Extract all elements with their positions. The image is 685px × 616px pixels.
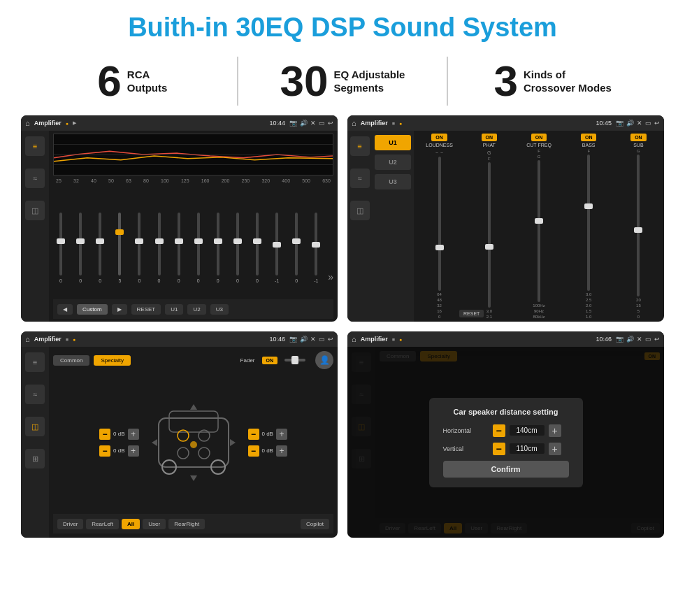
- horizontal-plus-btn[interactable]: +: [549, 424, 561, 437]
- loudness-on[interactable]: ON: [431, 134, 447, 141]
- vertical-minus-btn[interactable]: −: [493, 443, 505, 455]
- s2-speaker-btn[interactable]: ◫: [350, 201, 370, 220]
- home-icon-4[interactable]: ⌂: [352, 335, 356, 343]
- screen1-sidebar: ≡ ≈ ◫: [21, 131, 49, 322]
- stat-modes: 3 Kinds of Crossover Modes: [462, 59, 643, 103]
- sub-slider[interactable]: [637, 155, 640, 296]
- bass-slider[interactable]: [587, 155, 590, 291]
- minimize-icon-2: ▭: [645, 120, 651, 127]
- phat-slider[interactable]: [488, 162, 491, 308]
- rearright-btn[interactable]: RearRight: [168, 519, 205, 529]
- ch-bass: ON BASS F 3.0 2.5 2.0 1.5 1.0: [566, 134, 612, 319]
- screen3-time: 10:46: [269, 336, 285, 343]
- right-db-controls: − 0 dB + − 0 dB +: [248, 429, 287, 457]
- eq-bottom-bar: ◀ Custom ▶ RESET U1 U2 U3: [53, 299, 333, 319]
- eq-slider-0: 0: [53, 213, 68, 296]
- screen1-topbar: ⌂ Amplifier ● ▶ 10:44 📷 🔊 ✕ ▭ ↩: [21, 115, 338, 131]
- screen2-time: 10:45: [596, 120, 612, 127]
- eq-custom-btn[interactable]: Custom: [77, 304, 108, 315]
- eq-u1-btn[interactable]: U1: [165, 304, 183, 315]
- cutfreq-slider[interactable]: [538, 160, 540, 302]
- wave-btn[interactable]: ≈: [25, 169, 45, 188]
- s2-reset-btn[interactable]: RESET: [459, 310, 484, 317]
- vertical-plus-btn[interactable]: +: [549, 443, 561, 455]
- stat-divider-2: [447, 57, 448, 106]
- dialog-title: Car speaker distance setting: [443, 408, 569, 416]
- loudness-slider[interactable]: [438, 157, 441, 291]
- u3-btn[interactable]: U3: [375, 174, 411, 189]
- loudness-label: LOUDNESS: [426, 143, 453, 148]
- eq-u3-btn[interactable]: U3: [210, 304, 229, 315]
- confirm-button[interactable]: Confirm: [443, 461, 569, 478]
- left-front-plus[interactable]: +: [128, 429, 139, 440]
- specialty-tab[interactable]: Specialty: [94, 355, 130, 366]
- home-icon[interactable]: ⌂: [25, 119, 30, 127]
- eq-sliders: 0 0 0 5 0: [53, 186, 333, 299]
- eq-u2-btn[interactable]: U2: [187, 304, 206, 315]
- svg-point-11: [190, 441, 197, 448]
- back-icon-4[interactable]: ↩: [654, 336, 660, 343]
- all-btn[interactable]: All: [122, 519, 140, 529]
- eq-prev-btn[interactable]: ◀: [57, 304, 73, 315]
- phat-on[interactable]: ON: [482, 134, 498, 141]
- dialog-overlay: Car speaker distance setting Horizontal …: [347, 347, 664, 538]
- sub-on[interactable]: ON: [630, 134, 647, 141]
- fader-on-btn[interactable]: ON: [262, 357, 278, 364]
- eq-slider-13: -1: [308, 213, 324, 296]
- right-front-plus[interactable]: +: [276, 429, 287, 440]
- eq-btn[interactable]: ≡: [25, 136, 45, 156]
- right-front-minus[interactable]: −: [248, 429, 259, 440]
- left-rear-plus[interactable]: +: [128, 445, 139, 457]
- back-icon-3[interactable]: ↩: [328, 336, 333, 343]
- close-icon-4: ✕: [637, 336, 642, 343]
- right-rear-db: − 0 dB +: [248, 445, 287, 457]
- rearleft-btn[interactable]: RearLeft: [86, 519, 119, 529]
- user-profile-icon[interactable]: 👤: [315, 351, 333, 369]
- s3-speaker-btn[interactable]: ◫: [25, 417, 45, 436]
- u1-btn[interactable]: U1: [375, 135, 411, 150]
- right-rear-minus[interactable]: −: [248, 445, 259, 457]
- bass-on[interactable]: ON: [581, 134, 597, 141]
- cutfreq-on[interactable]: ON: [531, 134, 547, 141]
- s2-wave-btn[interactable]: ≈: [350, 169, 370, 188]
- left-rear-minus[interactable]: −: [99, 445, 110, 457]
- right-rear-plus[interactable]: +: [276, 445, 287, 457]
- stat-rca-number: 6: [97, 59, 121, 103]
- screens-grid: ⌂ Amplifier ● ▶ 10:44 📷 🔊 ✕ ▭ ↩ ≡ ≈ ◫: [0, 115, 685, 538]
- screen2-channels: ON LOUDNESS ~~ 64 48 32 16 0 ON: [414, 131, 664, 322]
- eq-reset-btn[interactable]: RESET: [131, 304, 161, 315]
- cutfreq-label: CUT FREQ: [526, 143, 551, 148]
- back-icon-2[interactable]: ↩: [654, 120, 660, 127]
- screen2-topbar-icons: 📷 🔊 ✕ ▭ ↩: [616, 120, 660, 127]
- u2-btn[interactable]: U2: [375, 155, 411, 170]
- stat-eq: 30 EQ Adjustable Segments: [252, 59, 433, 103]
- horizontal-minus-btn[interactable]: −: [493, 424, 505, 437]
- minimize-icon-4: ▭: [645, 336, 651, 343]
- screen3-tabs-row: Common Specialty Fader ON 👤: [53, 351, 333, 369]
- s2-eq-btn[interactable]: ≡: [350, 136, 370, 156]
- left-rear-db: − 0 dB +: [99, 445, 138, 457]
- common-tab[interactable]: Common: [53, 355, 89, 366]
- s3-extra-btn[interactable]: ⊞: [25, 449, 45, 468]
- back-icon[interactable]: ↩: [328, 120, 333, 127]
- stat-rca-label: RCA Outputs: [127, 68, 168, 95]
- left-front-minus[interactable]: −: [99, 429, 110, 440]
- horizontal-label: Horizontal: [443, 427, 489, 434]
- copilot-btn[interactable]: Copilot: [301, 519, 329, 529]
- s3-wave-btn[interactable]: ≈: [25, 385, 45, 404]
- speaker-btn[interactable]: ◫: [25, 201, 45, 220]
- eq-slider-11: -1: [269, 213, 284, 296]
- ch-sub: ON SUB G 20 15 5 0: [616, 134, 661, 319]
- eq-play-btn[interactable]: ▶: [112, 304, 127, 315]
- eq-main: 253240506380100125160200250320400500630 …: [49, 131, 338, 322]
- stat-eq-label: EQ Adjustable Segments: [334, 68, 405, 95]
- user-btn[interactable]: User: [143, 519, 166, 529]
- driver-btn[interactable]: Driver: [57, 519, 83, 529]
- s3-eq-btn[interactable]: ≡: [25, 352, 45, 372]
- eq-more-icon[interactable]: »: [328, 271, 333, 296]
- home-icon-2[interactable]: ⌂: [352, 119, 356, 127]
- phat-label: PHAT: [483, 143, 496, 148]
- home-icon-3[interactable]: ⌂: [25, 335, 30, 343]
- volume-icon-3: 🔊: [300, 336, 308, 343]
- eq-slider-6: 0: [171, 213, 187, 296]
